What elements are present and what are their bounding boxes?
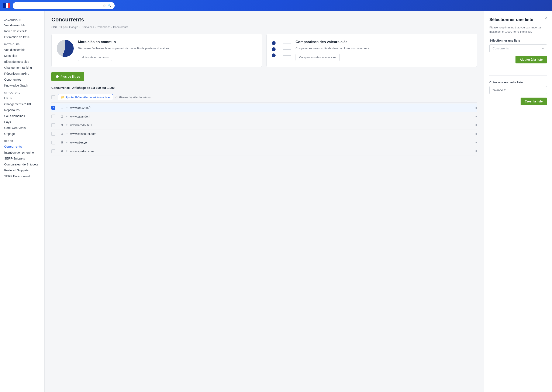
sidebar: ZALANDO.FR Vue d'ensemble Indice de visi…	[0, 11, 45, 392]
feature-cards-row: Mots-clés en commun Découvrez facilement…	[51, 34, 477, 67]
dot-icon-2	[272, 47, 276, 51]
main-content: Concurrents SISTRIX pour Google › Domain…	[45, 11, 484, 392]
card1-button[interactable]: Mots-clés en commun	[78, 54, 112, 61]
table-header: Concurrence - Affichage de 1 à 100 sur 1…	[51, 86, 477, 90]
table-row: 6 ↗ www.spartoo.com	[51, 147, 477, 156]
arrow-icon-3: →	[277, 53, 281, 57]
arrow-icon-1: →	[277, 41, 281, 45]
breadcrumb-concurrents: Concurrents	[113, 25, 128, 29]
row-num-4: 4	[58, 132, 63, 136]
sidebar-item-vue-ensemble[interactable]: Vue d'ensemble	[0, 22, 44, 28]
sidebar-item-changement-ranking[interactable]: Changement ranking	[0, 65, 44, 71]
row-checkbox-2[interactable]	[51, 115, 55, 118]
breadcrumb: SISTRIX pour Google › Domaines › zalando…	[51, 25, 477, 29]
new-list-input[interactable]	[489, 86, 547, 94]
row-bar-wrap-6	[452, 150, 477, 152]
sidebar-item-concurrents[interactable]: Concurrents	[0, 144, 44, 150]
search-icon[interactable]: 🔍	[108, 4, 112, 8]
row-num-2: 2	[58, 115, 63, 118]
breadcrumb-sistrix[interactable]: SISTRIX pour Google	[51, 25, 78, 29]
domain-3[interactable]: www.laredoute.fr	[70, 123, 449, 127]
pie-chart-icon	[57, 40, 74, 57]
sidebar-item-opportunites[interactable]: Opportunités	[0, 77, 44, 83]
filter-button[interactable]: ⊕ Plus de filtres	[51, 72, 84, 81]
row-checkbox-3[interactable]	[51, 123, 55, 127]
row-bar-6	[476, 150, 477, 152]
breadcrumb-zalando[interactable]: zalando.fr	[97, 25, 109, 29]
sidebar-item-comparateur-snippets[interactable]: Comparateur de Snippets	[0, 161, 44, 167]
row-bar-3	[476, 124, 477, 126]
domain-6[interactable]: www.spartoo.com	[70, 150, 449, 153]
row-checkbox-5[interactable]	[51, 141, 55, 144]
row-bar-1	[476, 107, 477, 109]
filter-button-label: Plus de filtres	[60, 75, 80, 78]
add-to-list-button[interactable]: 📁 Ajouter l'hôte sélectionné à une liste	[58, 94, 113, 100]
sidebar-item-idees-mots[interactable]: Idées de mots clés	[0, 59, 44, 65]
row-bar-wrap-3	[452, 124, 477, 126]
card2-desc: Comparer les valeurs clés de deux ou plu…	[295, 46, 370, 50]
url-input[interactable]: zalando.fr	[16, 4, 101, 7]
sidebar-item-intention-recherche[interactable]: Intention de recherche	[0, 150, 44, 155]
breadcrumb-sep3: ›	[111, 25, 112, 29]
domain-5[interactable]: www.nike.com	[70, 141, 449, 144]
url-bar[interactable]: zalando.fr ☆ 🔍	[13, 2, 115, 9]
row-checkbox-1[interactable]	[51, 106, 55, 110]
row-checkbox-6[interactable]	[51, 149, 55, 153]
line-bar-2	[283, 49, 291, 50]
create-list-btn-wrap: Créer la liste	[489, 98, 547, 105]
plus-icon: ⊕	[56, 74, 59, 79]
compare-icon: → → →	[272, 40, 291, 58]
sidebar-item-repertoires[interactable]: Répertoires	[0, 107, 44, 113]
sidebar-item-knowledge-graph[interactable]: Knowledge Graph	[0, 83, 44, 88]
sidebar-item-core-web-vitals[interactable]: Core Web Vitals	[0, 125, 44, 131]
row-num-5: 5	[58, 141, 63, 144]
sidebar-item-sous-domaines[interactable]: Sous-domaines	[0, 113, 44, 119]
card1-desc: Découvrez facilement le recoupement de m…	[78, 46, 170, 50]
sidebar-item-pays[interactable]: Pays	[0, 119, 44, 125]
row-checkbox-4[interactable]	[51, 132, 55, 136]
select-all-checkbox[interactable]	[51, 95, 55, 99]
card2-icon-wrap: → → →	[272, 40, 291, 58]
card2-button[interactable]: Comparaison des valeurs clés	[295, 54, 340, 61]
sidebar-item-changements-url[interactable]: Changements d'URL	[0, 101, 44, 107]
domain-2[interactable]: www.zalando.fr	[70, 115, 449, 118]
external-link-icon-2: ↗	[65, 115, 68, 118]
row-bar-2	[476, 116, 477, 117]
row-bar-5	[476, 142, 477, 143]
row-num-1: 1	[58, 106, 63, 109]
row-bar-wrap-5	[452, 142, 477, 143]
create-list-button[interactable]: Créer la liste	[521, 98, 547, 105]
browser-bar: zalando.fr ☆ 🔍	[0, 0, 552, 11]
panel-title: Sélectionner une liste	[489, 17, 547, 22]
panel-select-value: Concurrents	[493, 47, 509, 50]
card-comparaison-valeurs: → → →	[266, 34, 477, 67]
sidebar-item-indice-visibilite[interactable]: Indice de visibilité	[0, 28, 44, 34]
sidebar-item-featured-snippets[interactable]: Featured Snippets	[0, 167, 44, 173]
sidebar-item-repartition-ranking[interactable]: Répartition ranking	[0, 71, 44, 77]
sidebar-item-serp-snippets[interactable]: SERP-Snippets	[0, 155, 44, 161]
sidebar-item-mots-vue-ensemble[interactable]: Vue d'ensemble	[0, 47, 44, 53]
add-list-btn-wrap: Ajouter à la liste	[489, 56, 547, 70]
card-mots-cles-commun: Mots-clés en commun Découvrez facilement…	[51, 34, 262, 67]
sidebar-item-urls[interactable]: URLs	[0, 95, 44, 101]
add-to-list-button[interactable]: Ajouter à la liste	[516, 56, 547, 63]
sidebar-structure-title: STRUCTURE	[0, 88, 44, 95]
domain-4[interactable]: www.cdiscount.com	[70, 132, 449, 136]
row-num-6: 6	[58, 150, 63, 153]
row-bar-wrap-4	[452, 133, 477, 135]
sidebar-item-serp-environment[interactable]: SERP Environment	[0, 173, 44, 179]
panel-select-dropdown[interactable]: Concurrents ▾	[489, 44, 547, 52]
panel-divider	[489, 75, 547, 76]
selected-count: (1 élément(s) sélectionné(s))	[115, 96, 151, 99]
sidebar-serps-title: SERPS	[0, 137, 44, 144]
sidebar-item-estimation-trafic[interactable]: Estimation de trafic	[0, 34, 44, 40]
panel-close-button[interactable]: ✕	[545, 15, 548, 20]
right-panel: ✕ Sélectionner une liste Please keep in …	[484, 11, 552, 392]
star-icon[interactable]: ☆	[103, 4, 106, 8]
sidebar-item-mots-cles[interactable]: Mots-clés	[0, 53, 44, 59]
compare-row-2: →	[272, 47, 291, 51]
breadcrumb-domaines[interactable]: Domaines	[81, 25, 94, 29]
sidebar-item-onpage[interactable]: Onpage	[0, 131, 44, 137]
row-bar-wrap-1	[452, 107, 477, 109]
domain-1[interactable]: www.amazon.fr	[70, 106, 449, 109]
